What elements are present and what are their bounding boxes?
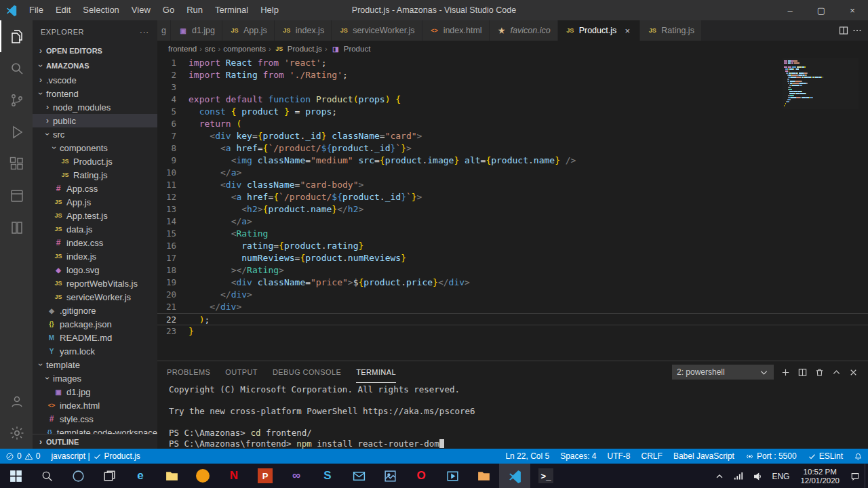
menu-item-selection[interactable]: Selection [77,0,125,20]
tree-item[interactable]: ›frontend [33,87,157,100]
code-line[interactable]: 2import Rating from './Rating'; [157,69,868,81]
status-live-server-port[interactable]: Port : 5500 [740,449,802,464]
tree-item[interactable]: ›public [33,114,157,127]
tree-item[interactable]: <>index.html [33,399,157,412]
volume-status[interactable] [748,464,767,488]
more-actions-button[interactable] [852,25,863,36]
code-line[interactable]: 4export default function Product(props) … [157,94,868,106]
menu-item-help[interactable]: Help [254,0,285,20]
command-prompt[interactable]: >_ [530,464,561,488]
close-panel-button[interactable] [848,367,859,378]
status-language-status[interactable]: javascript |Product.js [45,449,146,464]
code-line[interactable]: 7 <div key={product._id} className="card… [157,130,868,142]
tree-item[interactable]: ◈logo.svg [33,263,157,277]
code-line[interactable]: 8 <a href={`/product/${product._id}`}> [157,142,868,155]
kill-terminal-button[interactable] [814,367,825,378]
tree-item[interactable]: JSApp.js [33,195,157,209]
start-button[interactable] [0,464,31,488]
code-editor[interactable]: 1import React from 'react';2import Ratin… [157,57,868,361]
activitybar-extension-box[interactable] [0,180,33,211]
tree-item[interactable]: ›components [33,141,157,155]
tab-close-button[interactable]: × [622,26,633,36]
minimize-button[interactable]: – [774,0,806,20]
tree-item[interactable]: JSdata.js [33,222,157,236]
skype[interactable]: S [312,464,343,488]
breadcrumb-item[interactable]: ◨Product [330,45,371,53]
editor-tab[interactable]: JSserviceWorker.js [332,20,422,41]
editor-tab[interactable]: ★favicon.ico [490,20,558,41]
code-line[interactable]: 5 const { product } = props; [157,106,868,118]
tree-item[interactable]: ›.vscode [33,73,157,87]
editor-tab[interactable]: JSProduct.js× [558,20,641,41]
code-line[interactable]: 16 rating={product.rating} [157,240,868,252]
activitybar-extension-book[interactable] [0,211,33,243]
code-line[interactable]: 17 numReviews={product.numReviews} [157,252,868,264]
panel-tab-debug-console[interactable]: DEBUG CONSOLE [273,361,341,383]
tree-item[interactable]: ◆.gitignore [33,304,157,317]
breadcrumb-item[interactable]: components [223,45,266,53]
tree-item[interactable]: JSindex.js [33,249,157,263]
code-line[interactable]: 6 return ( [157,118,868,130]
status-notifications[interactable] [848,449,868,464]
menu-item-go[interactable]: Go [157,0,180,20]
code-line[interactable]: 13 <h2>{product.name}</h2> [157,203,868,216]
movies-tv[interactable] [437,464,468,488]
code-line[interactable]: 10 </a> [157,167,868,179]
editor-tab[interactable]: JSindex.js [275,20,332,41]
open-editors-section[interactable]: › OPEN EDITORS [33,43,157,58]
code-line[interactable]: 23} [157,325,868,338]
action-center-button[interactable] [846,464,865,488]
outline-section[interactable]: › OUTLINE [33,434,157,449]
status-eslint[interactable]: ESLint [802,449,848,464]
vscode[interactable] [499,464,530,488]
tree-item[interactable]: ›src [33,127,157,141]
code-line[interactable]: 15 <Rating [157,228,868,240]
tree-item[interactable]: MREADME.md [33,331,157,344]
visual-studio[interactable]: ∞ [281,464,312,488]
split-editor-button[interactable] [838,25,849,36]
powerpoint[interactable]: P [250,464,281,488]
onedrive-folder[interactable] [468,464,499,488]
activitybar-settings[interactable] [0,417,33,449]
opera-browser[interactable]: O [406,464,437,488]
tree-item[interactable]: JSProduct.js [33,155,157,168]
tree-item[interactable]: ›images [33,371,157,385]
panel-tab-terminal[interactable]: TERMINAL [356,361,396,383]
tree-item[interactable]: Yyarn.lock [33,344,157,358]
activitybar-source-control[interactable] [0,84,33,116]
maximize-panel-button[interactable] [831,367,842,378]
activitybar-extensions[interactable] [0,148,33,180]
code-line[interactable]: 18 ></Rating> [157,264,868,277]
status-encoding[interactable]: UTF-8 [602,449,636,464]
code-line[interactable]: 19 <div className="price">${product.pric… [157,277,868,289]
breadcrumb-item[interactable]: frontend [168,45,197,53]
menu-item-view[interactable]: View [125,0,157,20]
status-cursor-position[interactable]: Ln 22, Col 5 [500,449,555,464]
tree-item[interactable]: ›node_modules [33,100,157,114]
code-line[interactable]: 11 <div className="card-body"> [157,179,868,191]
panel-tab-output[interactable]: OUTPUT [225,361,258,383]
editor-tab[interactable]: g [157,20,171,41]
edge-browser[interactable]: e [125,464,156,488]
code-line[interactable]: 20 </div> [157,289,868,301]
breadcrumb-item[interactable]: JSProduct.js [274,45,322,53]
editor-tab[interactable]: JSApp.js [222,20,275,41]
code-line[interactable]: 9 <img className="medium" src={product.i… [157,155,868,167]
workspace-root-section[interactable]: › AMAZONAS [33,58,157,73]
explorer-more-button[interactable]: ··· [140,28,149,36]
cortana[interactable] [62,464,94,488]
activitybar-run-debug[interactable] [0,116,33,148]
maximize-button[interactable]: ▢ [806,0,837,20]
media-player[interactable] [187,464,218,488]
breadcrumb-item[interactable]: src [205,45,215,53]
code-line[interactable]: 14 </a> [157,216,868,228]
tree-item[interactable]: #style.css [33,412,157,426]
status-indentation[interactable]: Spaces: 4 [555,449,601,464]
network-status[interactable] [729,464,748,488]
taskbar-clock[interactable]: 10:52 PM12/01/2020 [794,468,846,485]
mail[interactable] [343,464,374,488]
tree-item[interactable]: {}package.json [33,317,157,331]
menu-item-terminal[interactable]: Terminal [209,0,254,20]
close-button[interactable]: × [837,0,868,20]
editor-tab[interactable]: JSRating.js [640,20,702,41]
